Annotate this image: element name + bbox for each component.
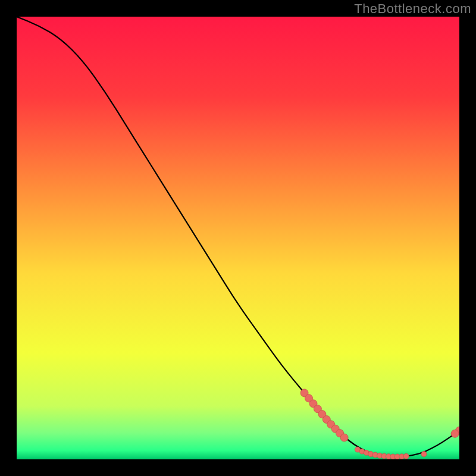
data-marker bbox=[340, 434, 348, 441]
data-marker bbox=[451, 430, 459, 437]
data-marker bbox=[403, 453, 409, 459]
chart-svg bbox=[17, 17, 459, 459]
chart-container: TheBottleneck.com bbox=[0, 0, 476, 476]
data-marker bbox=[421, 452, 427, 457]
gradient-background bbox=[17, 17, 459, 459]
watermark-text: TheBottleneck.com bbox=[354, 1, 471, 17]
plot-area bbox=[17, 17, 459, 459]
